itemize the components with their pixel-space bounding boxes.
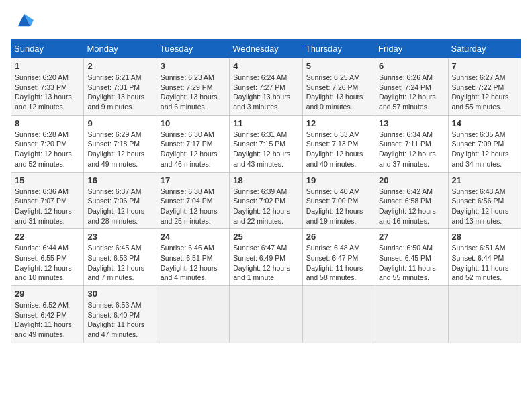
day-number: 10 — [161, 118, 226, 128]
calendar-cell: 23Sunrise: 6:45 AMSunset: 6:53 PMDayligh… — [84, 229, 157, 286]
calendar-cell: 2Sunrise: 6:21 AMSunset: 7:31 PMDaylight… — [84, 58, 157, 116]
calendar-cell: 3Sunrise: 6:23 AMSunset: 7:29 PMDaylight… — [157, 58, 229, 116]
calendar-cell: 15Sunrise: 6:36 AMSunset: 7:07 PMDayligh… — [11, 172, 84, 229]
day-number: 14 — [452, 118, 517, 128]
page-header — [11, 11, 521, 31]
day-number: 25 — [233, 232, 298, 242]
day-info: Sunrise: 6:20 AMSunset: 7:33 PMDaylight:… — [15, 73, 80, 112]
day-info: Sunrise: 6:26 AMSunset: 7:24 PMDaylight:… — [379, 73, 444, 112]
calendar-cell: 14Sunrise: 6:35 AMSunset: 7:09 PMDayligh… — [448, 115, 521, 172]
day-info: Sunrise: 6:44 AMSunset: 6:55 PMDaylight:… — [15, 243, 80, 283]
weekday-header-monday: Monday — [84, 40, 157, 58]
calendar-cell — [448, 286, 521, 343]
day-number: 4 — [233, 61, 298, 71]
calendar-cell: 27Sunrise: 6:50 AMSunset: 6:45 PMDayligh… — [375, 229, 448, 286]
day-number: 26 — [306, 232, 371, 242]
day-info: Sunrise: 6:24 AMSunset: 7:27 PMDaylight:… — [233, 73, 298, 112]
day-number: 22 — [15, 232, 80, 242]
day-info: Sunrise: 6:31 AMSunset: 7:15 PMDaylight:… — [233, 130, 298, 169]
day-number: 8 — [15, 118, 80, 128]
day-info: Sunrise: 6:39 AMSunset: 7:02 PMDaylight:… — [233, 187, 298, 226]
day-info: Sunrise: 6:52 AMSunset: 6:42 PMDaylight:… — [15, 300, 80, 340]
day-number: 5 — [306, 61, 371, 71]
logo — [11, 11, 34, 31]
calendar-cell: 9Sunrise: 6:29 AMSunset: 7:18 PMDaylight… — [84, 115, 157, 172]
calendar-table: SundayMondayTuesdayWednesdayThursdayFrid… — [11, 39, 521, 343]
weekday-header-thursday: Thursday — [302, 40, 375, 58]
day-info: Sunrise: 6:25 AMSunset: 7:26 PMDaylight:… — [306, 73, 371, 112]
calendar-cell: 13Sunrise: 6:34 AMSunset: 7:11 PMDayligh… — [375, 115, 448, 172]
day-number: 28 — [452, 232, 517, 242]
day-info: Sunrise: 6:38 AMSunset: 7:04 PMDaylight:… — [161, 187, 226, 226]
day-number: 17 — [161, 175, 226, 185]
calendar-cell — [230, 286, 302, 343]
calendar-cell — [375, 286, 448, 343]
day-info: Sunrise: 6:21 AMSunset: 7:31 PMDaylight:… — [87, 73, 152, 112]
day-info: Sunrise: 6:40 AMSunset: 7:00 PMDaylight:… — [306, 187, 371, 226]
day-number: 11 — [233, 118, 298, 128]
calendar-cell — [157, 286, 229, 343]
day-info: Sunrise: 6:33 AMSunset: 7:13 PMDaylight:… — [306, 130, 371, 169]
day-number: 21 — [452, 175, 517, 185]
day-info: Sunrise: 6:53 AMSunset: 6:40 PMDaylight:… — [87, 300, 152, 340]
day-number: 2 — [87, 61, 152, 71]
day-number: 6 — [379, 61, 444, 71]
day-number: 23 — [87, 232, 152, 242]
day-number: 1 — [15, 61, 80, 71]
weekday-header-friday: Friday — [375, 40, 448, 58]
calendar-cell: 25Sunrise: 6:47 AMSunset: 6:49 PMDayligh… — [230, 229, 302, 286]
day-info: Sunrise: 6:30 AMSunset: 7:17 PMDaylight:… — [161, 130, 226, 169]
calendar-cell: 21Sunrise: 6:43 AMSunset: 6:56 PMDayligh… — [448, 172, 521, 229]
calendar-cell: 28Sunrise: 6:51 AMSunset: 6:44 PMDayligh… — [448, 229, 521, 286]
calendar-cell: 29Sunrise: 6:52 AMSunset: 6:42 PMDayligh… — [11, 286, 84, 343]
calendar-cell: 24Sunrise: 6:46 AMSunset: 6:51 PMDayligh… — [157, 229, 229, 286]
day-info: Sunrise: 6:28 AMSunset: 7:20 PMDaylight:… — [15, 130, 80, 169]
calendar-cell: 22Sunrise: 6:44 AMSunset: 6:55 PMDayligh… — [11, 229, 84, 286]
day-number: 12 — [306, 118, 371, 128]
calendar-cell: 10Sunrise: 6:30 AMSunset: 7:17 PMDayligh… — [157, 115, 229, 172]
day-info: Sunrise: 6:50 AMSunset: 6:45 PMDaylight:… — [379, 243, 444, 283]
day-info: Sunrise: 6:27 AMSunset: 7:22 PMDaylight:… — [452, 73, 517, 112]
day-number: 20 — [379, 175, 444, 185]
calendar-cell: 12Sunrise: 6:33 AMSunset: 7:13 PMDayligh… — [302, 115, 375, 172]
calendar-cell: 8Sunrise: 6:28 AMSunset: 7:20 PMDaylight… — [11, 115, 84, 172]
day-info: Sunrise: 6:46 AMSunset: 6:51 PMDaylight:… — [161, 243, 226, 283]
day-number: 18 — [233, 175, 298, 185]
calendar-cell: 20Sunrise: 6:42 AMSunset: 6:58 PMDayligh… — [375, 172, 448, 229]
day-number: 19 — [306, 175, 371, 185]
day-number: 29 — [15, 289, 80, 299]
day-number: 24 — [161, 232, 226, 242]
weekday-header-wednesday: Wednesday — [230, 40, 302, 58]
day-info: Sunrise: 6:45 AMSunset: 6:53 PMDaylight:… — [87, 243, 152, 283]
calendar-cell — [302, 286, 375, 343]
calendar-cell: 19Sunrise: 6:40 AMSunset: 7:00 PMDayligh… — [302, 172, 375, 229]
calendar-cell: 1Sunrise: 6:20 AMSunset: 7:33 PMDaylight… — [11, 58, 84, 116]
day-info: Sunrise: 6:35 AMSunset: 7:09 PMDaylight:… — [452, 130, 517, 169]
day-info: Sunrise: 6:37 AMSunset: 7:06 PMDaylight:… — [87, 187, 152, 226]
day-info: Sunrise: 6:43 AMSunset: 6:56 PMDaylight:… — [452, 187, 517, 226]
day-info: Sunrise: 6:29 AMSunset: 7:18 PMDaylight:… — [87, 130, 152, 169]
day-number: 27 — [379, 232, 444, 242]
calendar-cell: 6Sunrise: 6:26 AMSunset: 7:24 PMDaylight… — [375, 58, 448, 116]
day-info: Sunrise: 6:34 AMSunset: 7:11 PMDaylight:… — [379, 130, 444, 169]
calendar-cell: 11Sunrise: 6:31 AMSunset: 7:15 PMDayligh… — [230, 115, 302, 172]
day-number: 16 — [87, 175, 152, 185]
calendar-cell: 7Sunrise: 6:27 AMSunset: 7:22 PMDaylight… — [448, 58, 521, 116]
day-number: 30 — [87, 289, 152, 299]
day-number: 3 — [161, 61, 226, 71]
weekday-header-sunday: Sunday — [11, 40, 84, 58]
calendar-cell: 16Sunrise: 6:37 AMSunset: 7:06 PMDayligh… — [84, 172, 157, 229]
calendar-cell: 30Sunrise: 6:53 AMSunset: 6:40 PMDayligh… — [84, 286, 157, 343]
day-info: Sunrise: 6:51 AMSunset: 6:44 PMDaylight:… — [452, 243, 517, 283]
day-info: Sunrise: 6:48 AMSunset: 6:47 PMDaylight:… — [306, 243, 371, 283]
day-number: 15 — [15, 175, 80, 185]
day-info: Sunrise: 6:23 AMSunset: 7:29 PMDaylight:… — [161, 73, 226, 112]
weekday-header-saturday: Saturday — [448, 40, 521, 58]
calendar-cell: 5Sunrise: 6:25 AMSunset: 7:26 PMDaylight… — [302, 58, 375, 116]
day-number: 7 — [452, 61, 517, 71]
calendar-cell: 18Sunrise: 6:39 AMSunset: 7:02 PMDayligh… — [230, 172, 302, 229]
day-number: 13 — [379, 118, 444, 128]
calendar-cell: 17Sunrise: 6:38 AMSunset: 7:04 PMDayligh… — [157, 172, 229, 229]
day-number: 9 — [87, 118, 152, 128]
day-info: Sunrise: 6:42 AMSunset: 6:58 PMDaylight:… — [379, 187, 444, 226]
